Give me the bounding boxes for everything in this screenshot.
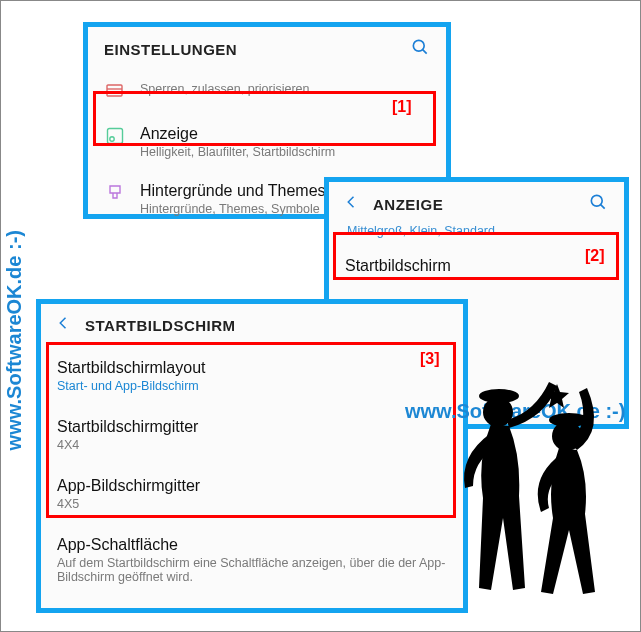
svg-rect-4 xyxy=(108,129,123,144)
settings-row-notifications[interactable]: Sperren, zulassen, priorisieren xyxy=(88,69,446,112)
row-title: Anzeige xyxy=(140,125,430,143)
svg-line-7 xyxy=(601,205,605,209)
svg-point-6 xyxy=(591,195,602,206)
row-sub: 4X4 xyxy=(57,438,447,452)
row-title: Startbildschirm xyxy=(345,257,608,275)
row-sub: 4X5 xyxy=(57,497,447,511)
row-title: Startbildschirmlayout xyxy=(57,359,447,377)
row-sub: Auf dem Startbildschirm eine Schaltfläch… xyxy=(57,556,447,584)
back-icon[interactable] xyxy=(337,193,367,215)
row-sub: Start- und App-Bildschirm xyxy=(57,379,447,393)
svg-rect-2 xyxy=(107,85,122,96)
brush-icon xyxy=(104,182,126,204)
card-header: ANZEIGE xyxy=(329,182,624,224)
card-homescreen: STARTBILDSCHIRM Startbildschirmlayout St… xyxy=(36,299,468,613)
svg-line-1 xyxy=(423,50,427,54)
page-title: EINSTELLUNGEN xyxy=(104,41,237,58)
card-header: EINSTELLUNGEN xyxy=(88,27,446,69)
row-sub: Sperren, zulassen, priorisieren xyxy=(140,82,430,96)
svg-point-9 xyxy=(479,389,519,403)
page-title: ANZEIGE xyxy=(373,196,443,213)
settings-row-display[interactable]: Anzeige Helligkeit, Blaufilter, Startbil… xyxy=(88,112,446,171)
display-icon xyxy=(104,125,126,147)
row-title: App-Bildschirmgitter xyxy=(57,477,447,495)
svg-point-0 xyxy=(413,40,424,51)
row-title: App-Schaltfläche xyxy=(57,536,447,554)
row-sub: Mittelgroß, Klein, Standard xyxy=(329,224,624,240)
homescreen-row-grid[interactable]: Startbildschirmgitter 4X4 xyxy=(41,403,463,462)
search-icon[interactable] xyxy=(410,37,430,61)
homescreen-row-layout[interactable]: Startbildschirmlayout Start- und App-Bil… xyxy=(41,344,463,403)
page-title: STARTBILDSCHIRM xyxy=(85,317,236,334)
row-sub: Helligkeit, Blaufilter, Startbildschirm xyxy=(140,145,430,159)
card-header: STARTBILDSCHIRM xyxy=(41,304,463,344)
search-icon[interactable] xyxy=(588,192,608,216)
homescreen-row-appgrid[interactable]: App-Bildschirmgitter 4X5 xyxy=(41,462,463,521)
display-row-homescreen[interactable]: Startbildschirm xyxy=(329,240,624,291)
back-icon[interactable] xyxy=(49,314,79,336)
svg-point-5 xyxy=(110,137,114,141)
row-title: Startbildschirmgitter xyxy=(57,418,447,436)
watermark-text: www.SoftwareOK.de :-) xyxy=(3,230,26,450)
homescreen-row-appbutton[interactable]: App-Schaltfläche Auf dem Startbildschirm… xyxy=(41,521,463,594)
silhouette-image xyxy=(429,378,629,598)
list-icon xyxy=(104,80,126,102)
